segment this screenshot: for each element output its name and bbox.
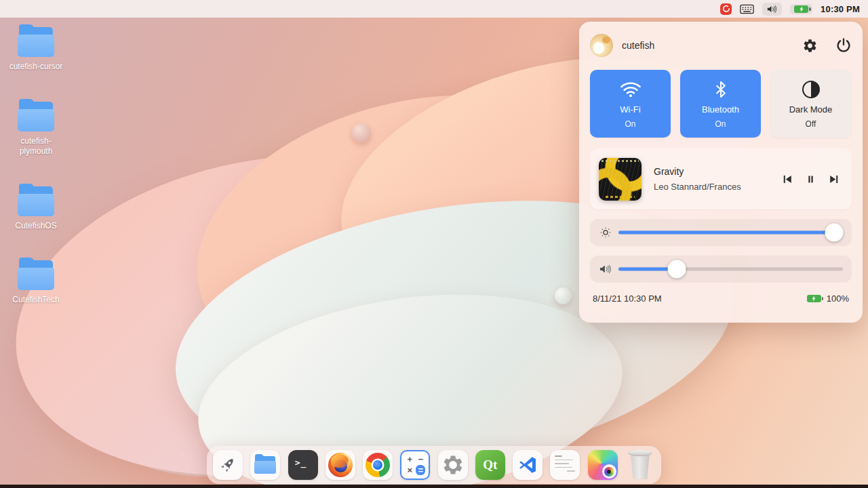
qt-creator-icon: Qt bbox=[483, 458, 497, 472]
folder-label: CutefishTech bbox=[9, 295, 63, 306]
quick-toggles: Wi-Fi On Bluetooth On Dark Mode Off bbox=[590, 70, 852, 138]
screenshot-icon bbox=[588, 450, 618, 480]
clock-time[interactable]: 10:30 PM bbox=[821, 4, 860, 14]
folder-icon bbox=[18, 27, 54, 57]
vscode-icon bbox=[517, 455, 538, 475]
desktop-icons: cutefish-cursor cutefish-plymouth Cutefi… bbox=[8, 27, 64, 335]
keyboard-icon[interactable] bbox=[740, 4, 754, 14]
volume-slider-row bbox=[590, 256, 852, 283]
toggle-label: Dark Mode bbox=[789, 104, 833, 115]
volume-slider-knob[interactable] bbox=[668, 260, 686, 279]
calculator-icon: +− ×= bbox=[400, 450, 430, 480]
volume-icon[interactable] bbox=[762, 3, 782, 16]
files-folder-icon bbox=[254, 456, 276, 474]
wifi-toggle[interactable]: Wi-Fi On bbox=[590, 70, 671, 138]
launcher-rocket-icon bbox=[218, 455, 237, 474]
netease-music-icon[interactable] bbox=[720, 3, 732, 15]
media-controls bbox=[780, 172, 841, 186]
media-title: Gravity bbox=[654, 166, 780, 177]
desktop-folder-cutefish-plymouth[interactable]: cutefish-plymouth bbox=[8, 102, 64, 157]
text-editor-icon bbox=[550, 450, 580, 480]
dock-terminal-button[interactable]: >_ bbox=[288, 450, 318, 480]
media-artist: Leo Stannard/Frances bbox=[654, 182, 780, 192]
dock-vscode-button[interactable] bbox=[513, 450, 542, 480]
battery-icon[interactable] bbox=[790, 4, 812, 14]
dock-trash-button[interactable] bbox=[625, 450, 655, 480]
dock-settings-button[interactable] bbox=[438, 450, 468, 480]
username-label: cutefish bbox=[622, 40, 654, 51]
folder-label: CutefishOS bbox=[9, 221, 63, 232]
dock-screenshot-button[interactable] bbox=[588, 450, 618, 480]
dock-calculator-button[interactable]: +− ×= bbox=[400, 450, 430, 480]
bluetooth-icon bbox=[712, 79, 730, 100]
bluetooth-toggle[interactable]: Bluetooth On bbox=[680, 70, 761, 138]
user-avatar[interactable] bbox=[590, 34, 613, 57]
control-center-header: cutefish bbox=[590, 33, 852, 58]
chrome-icon bbox=[366, 453, 390, 477]
firefox-icon bbox=[328, 453, 353, 477]
wifi-icon bbox=[620, 79, 642, 100]
album-art bbox=[599, 158, 642, 201]
dock-firefox-button[interactable] bbox=[326, 450, 355, 480]
dark-mode-icon bbox=[802, 79, 820, 100]
media-meta: Gravity Leo Stannard/Frances bbox=[654, 166, 780, 192]
brightness-slider[interactable] bbox=[618, 224, 843, 241]
folder-icon bbox=[18, 260, 54, 290]
dock-text-editor-button[interactable] bbox=[550, 450, 580, 480]
toggle-state: Off bbox=[806, 119, 816, 129]
desktop-folder-cutefishtech[interactable]: CutefishTech bbox=[8, 260, 64, 306]
settings-gear-icon bbox=[441, 453, 465, 476]
top-status-bar: 10:30 PM bbox=[0, 0, 868, 18]
settings-gear-icon[interactable] bbox=[802, 38, 818, 54]
wallpaper-sphere bbox=[555, 287, 572, 304]
date-time-label: 8/11/21 10:30 PM bbox=[593, 293, 662, 304]
toggle-label: Wi-Fi bbox=[620, 104, 640, 115]
screen-bottom-edge bbox=[0, 485, 868, 488]
next-icon[interactable] bbox=[827, 172, 841, 186]
terminal-icon: >_ bbox=[295, 458, 307, 468]
pause-icon[interactable] bbox=[804, 172, 817, 186]
previous-icon[interactable] bbox=[780, 172, 793, 186]
trash-icon bbox=[628, 450, 652, 480]
toggle-state: On bbox=[625, 119, 635, 129]
dock-files-button[interactable] bbox=[250, 450, 280, 480]
toggle-label: Bluetooth bbox=[702, 104, 739, 115]
control-center-panel: cutefish Wi-Fi On Bluetooth bbox=[579, 22, 863, 323]
folder-label: cutefish-cursor bbox=[9, 62, 63, 73]
folder-icon bbox=[18, 186, 54, 216]
media-player-card: Gravity Leo Stannard/Frances bbox=[590, 148, 852, 209]
dock: >_ +− ×= Qt bbox=[207, 446, 661, 484]
battery-status: 100% bbox=[807, 293, 849, 304]
dock-qt-creator-button[interactable]: Qt bbox=[475, 450, 505, 480]
folder-icon bbox=[18, 102, 54, 131]
brightness-slider-knob[interactable] bbox=[825, 224, 843, 242]
power-icon[interactable] bbox=[835, 37, 852, 54]
control-center-footer: 8/11/21 10:30 PM 100% bbox=[590, 293, 852, 304]
volume-icon bbox=[599, 263, 612, 275]
wallpaper-sphere bbox=[352, 123, 371, 142]
battery-percent: 100% bbox=[827, 293, 849, 304]
dark-mode-toggle[interactable]: Dark Mode Off bbox=[770, 70, 851, 138]
dock-chrome-button[interactable] bbox=[363, 450, 393, 480]
folder-label: cutefish-plymouth bbox=[9, 136, 63, 157]
dock-launcher-button[interactable] bbox=[213, 450, 243, 480]
desktop-folder-cutefishos[interactable]: CutefishOS bbox=[8, 186, 64, 232]
battery-icon bbox=[807, 295, 821, 302]
desktop-folder-cutefish-cursor[interactable]: cutefish-cursor bbox=[8, 27, 64, 73]
toggle-state: On bbox=[715, 119, 726, 129]
volume-slider[interactable] bbox=[618, 260, 843, 278]
desktop-screen: 10:30 PM cutefish-cursor cutefish-plymou… bbox=[0, 0, 868, 488]
brightness-icon bbox=[599, 226, 612, 239]
brightness-slider-row bbox=[590, 219, 852, 246]
